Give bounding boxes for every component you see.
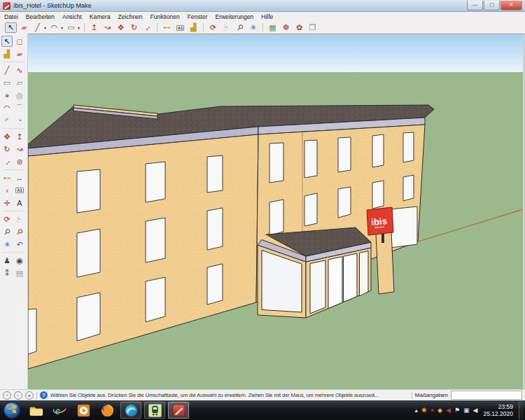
toolbar-warehouse-a[interactable]: ❁	[280, 22, 292, 33]
window-pane[interactable]	[77, 293, 100, 341]
palette-rotated-rectangle[interactable]: ▱	[14, 77, 25, 88]
palette-previous[interactable]: ↶	[14, 239, 25, 250]
toolbar-arcs-dropdown[interactable]: ▾	[61, 25, 63, 30]
menu-funktionen[interactable]: Funktionen	[150, 13, 180, 20]
sign-column[interactable]	[376, 232, 394, 294]
palette-pie[interactable]: ◔	[14, 115, 25, 126]
palette-three-point-arc[interactable]: ◜	[1, 115, 13, 126]
palette-pan[interactable]: ☞	[14, 214, 25, 225]
window-pane[interactable]	[270, 200, 284, 235]
help-icon[interactable]: ?	[40, 391, 48, 399]
toolbar-scale[interactable]: ↔	[141, 22, 153, 33]
window-pane[interactable]	[270, 143, 284, 183]
tray-tray-app-4-icon[interactable]: ◀	[446, 407, 451, 414]
window-pane[interactable]	[146, 277, 165, 322]
palette-scale[interactable]: ↔	[1, 156, 13, 167]
palette-axes[interactable]: ✛	[1, 197, 13, 209]
menu-bearbeiten[interactable]: Bearbeiten	[26, 13, 55, 20]
close-button[interactable]: ✕	[500, 1, 522, 10]
start-button[interactable]	[1, 401, 22, 419]
palette-select[interactable]: ↖	[1, 36, 13, 47]
window-pane[interactable]	[28, 309, 36, 354]
palette-zoom-window[interactable]: ⚲	[14, 226, 25, 237]
tray-network-icon[interactable]: ▣	[463, 407, 470, 414]
palette-3d-text[interactable]: A	[14, 197, 25, 209]
palette-line[interactable]: ╱	[1, 64, 13, 76]
toolbar-zoom-extents[interactable]: ✳	[247, 22, 259, 33]
entrance-door[interactable]	[328, 257, 342, 309]
palette-two-point-arc[interactable]: ⌒	[14, 102, 25, 113]
taskbar-internet-explorer[interactable]: e	[49, 402, 70, 419]
entrance-glass-panel[interactable]	[310, 260, 326, 314]
tray-action-center-icon[interactable]: ⚑	[454, 407, 460, 414]
window-pane[interactable]	[77, 229, 100, 277]
taskbar-firefox[interactable]	[97, 402, 118, 419]
taskbar-edge[interactable]	[120, 402, 141, 419]
toolbar-text[interactable]: A1	[174, 22, 186, 33]
palette-push-pull[interactable]: ↥	[14, 131, 25, 142]
palette-follow-me[interactable]: ↝	[14, 144, 25, 155]
palette-zoom[interactable]: ⚲	[1, 226, 13, 237]
window-pane[interactable]	[207, 208, 223, 250]
palette-zoom-extents[interactable]: ✳	[1, 239, 13, 250]
palette-freehand[interactable]: ∿	[14, 64, 25, 76]
minimize-button[interactable]: —	[467, 1, 483, 10]
window-pane[interactable]	[207, 264, 223, 304]
palette-rectangle[interactable]: ▭	[1, 77, 13, 88]
toolbar-push-pull[interactable]: ↥	[88, 22, 100, 33]
window-pane[interactable]	[207, 155, 223, 192]
taskbar-explorer[interactable]	[25, 402, 46, 419]
toolbar-orbit[interactable]: ⟳	[207, 22, 219, 33]
maximize-button[interactable]: ▢	[484, 1, 500, 10]
window-pane[interactable]	[146, 162, 165, 202]
toolbar-line-dropdown[interactable]: ▾	[44, 25, 46, 30]
menu-zeichnen[interactable]: Zeichnen	[118, 13, 143, 20]
window-pane[interactable]	[390, 206, 417, 248]
window-pane[interactable]	[304, 193, 317, 226]
palette-move[interactable]: ✥	[1, 131, 13, 142]
palette-position-camera[interactable]: ♟	[1, 255, 13, 266]
clock[interactable]: 23:59 25.12.2020	[483, 403, 513, 417]
palette-polygon[interactable]: ◎	[14, 90, 25, 101]
toolbar-rotate[interactable]: ↻	[128, 22, 140, 33]
toolbar-follow-me[interactable]: ↝	[102, 22, 113, 33]
menu-fenster[interactable]: Fenster	[188, 13, 208, 20]
toolbar-pan[interactable]: ☞	[220, 22, 232, 33]
status-account-icon[interactable]: ☻	[25, 391, 34, 400]
window-pane[interactable]	[338, 187, 351, 218]
tray-tray-app-2-icon[interactable]: ●	[430, 407, 434, 414]
palette-offset[interactable]: ⊛	[14, 156, 25, 167]
entrance-glass-panel[interactable]	[360, 251, 369, 296]
window-pane[interactable]	[338, 137, 351, 172]
entrance-door[interactable]	[344, 253, 358, 302]
toolbar-select[interactable]: ↖	[5, 22, 17, 33]
palette-circle[interactable]: ●	[1, 90, 13, 101]
toolbar-tape-measure[interactable]: ⊷	[161, 22, 173, 33]
window-pane[interactable]	[372, 134, 384, 167]
palette-rotate[interactable]: ↻	[1, 144, 13, 155]
window-pane[interactable]	[372, 181, 384, 209]
toolbar-arcs[interactable]: ◠	[48, 22, 60, 33]
taskbar-train-app[interactable]	[144, 402, 165, 419]
status-credits-icon[interactable]: i	[14, 391, 22, 400]
palette-section-plane[interactable]: ▤	[14, 267, 25, 279]
taskbar-media-player[interactable]	[73, 402, 94, 419]
palette-paint-bucket[interactable]: ▟	[1, 48, 13, 59]
palette-look-around[interactable]: ◉	[14, 255, 25, 266]
tray-volume-icon[interactable]: ◀	[473, 407, 478, 414]
palette-tape-measure[interactable]: ⊷	[1, 172, 13, 183]
toolbar-line[interactable]: ╱	[31, 22, 43, 33]
palette-eraser[interactable]: ▰	[14, 48, 25, 59]
toolbar-materials[interactable]: ▦	[267, 22, 279, 33]
palette-walk[interactable]: ⁑	[1, 267, 13, 279]
status-geolocation-icon[interactable]: ⌖	[3, 391, 11, 400]
window-pane[interactable]	[146, 218, 165, 262]
window-pane[interactable]	[77, 169, 100, 213]
toolbar-export[interactable]: ❐	[307, 22, 318, 33]
toolbar-eraser[interactable]: ▰	[18, 22, 30, 33]
window-pane[interactable]	[403, 132, 414, 162]
menu-erweiterungen[interactable]: Erweiterungen	[215, 13, 253, 20]
menu-datei[interactable]: Datei	[4, 13, 18, 20]
palette-dimension[interactable]: ↔	[14, 172, 25, 183]
palette-orbit[interactable]: ⟳	[1, 214, 13, 225]
